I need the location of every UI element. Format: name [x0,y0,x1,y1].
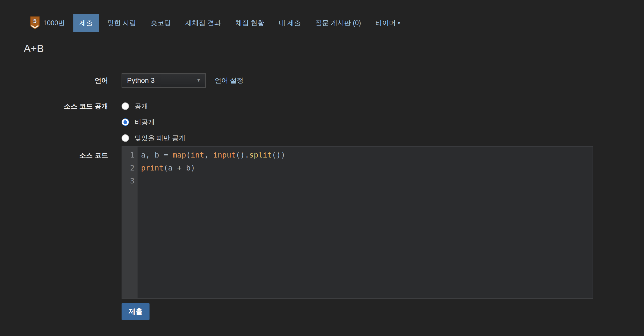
editor-code-area: a, b = map(int, input().split()) print(a… [138,147,592,298]
source-code-label: 소스 코드 [24,146,122,299]
editor-gutter: 1 2 3 [122,147,138,298]
tab-label: 제출 [80,18,93,27]
code-open-label: 소스 코드 공개 [24,101,122,143]
tab-label: 채점 현황 [236,18,264,27]
tab-short-coding[interactable]: 숏코딩 [145,14,177,32]
line-number: 3 [122,174,134,187]
radio-option-open-when-accepted[interactable]: 맞았을 때만 공개 [122,133,593,143]
code-line [141,174,592,187]
line-number: 1 [122,149,134,162]
language-select-value: Python 3 [127,77,155,84]
tab-my-submissions[interactable]: 내 제출 [273,14,307,32]
radio-unchecked-icon[interactable] [122,134,129,142]
line-number: 2 [122,162,134,174]
code-line: print(a + b) [141,162,592,174]
tab-question-board[interactable]: 질문 게시판 (0) [309,14,367,32]
language-select[interactable]: Python 3 ▼ [122,73,206,88]
select-caret-icon: ▼ [196,78,201,83]
radio-option-private[interactable]: 비공개 [122,117,593,127]
tier-number: 5 [33,18,37,24]
submit-button[interactable]: 제출 [122,303,150,320]
tab-label: 재채점 결과 [186,18,221,27]
tab-label: 숏코딩 [151,18,171,27]
tab-submit[interactable]: 제출 [74,14,99,32]
tab-timer[interactable]: 타이머 ▾ [370,14,406,32]
code-line: a, b = map(int, input().split()) [141,149,592,162]
source-code-row: 소스 코드 1 2 3 a, b = map(int, input().spli… [24,146,593,299]
language-settings-link[interactable]: 언어 설정 [215,76,244,85]
nav-problem-link[interactable]: 5 1000번 [30,14,71,32]
submit-row: 제출 [24,303,593,320]
problem-menu: 5 1000번 제출 맞힌 사람 숏코딩 재채점 결과 채점 현황 내 제출 질… [30,14,644,32]
tab-rejudge-result[interactable]: 재채점 결과 [180,14,227,32]
radio-option-open[interactable]: 공개 [122,101,593,111]
tab-label: 타이머 [376,18,396,27]
radio-checked-icon[interactable] [122,118,129,126]
language-row: 언어 Python 3 ▼ 언어 설정 [24,73,593,88]
tab-accepted-users[interactable]: 맞힌 사람 [101,14,142,32]
page: 5 1000번 제출 맞힌 사람 숏코딩 재채점 결과 채점 현황 내 제출 질… [0,14,644,336]
tab-label: 질문 게시판 (0) [315,18,361,27]
nav-problem-label: 1000번 [43,18,65,27]
tab-label: 맞힌 사람 [107,18,136,27]
caret-down-icon: ▾ [398,20,400,25]
content: A+B 언어 Python 3 ▼ 언어 설정 소스 코드 공개 공개 [24,43,593,320]
language-label: 언어 [24,73,122,88]
tab-judge-status[interactable]: 채점 현황 [230,14,270,32]
tier-badge-icon: 5 [30,16,40,30]
code-editor[interactable]: 1 2 3 a, b = map(int, input().split()) p… [122,146,593,299]
tab-label: 내 제출 [279,18,301,27]
radio-unchecked-icon[interactable] [122,102,129,110]
page-title: A+B [24,43,593,58]
code-open-row: 소스 코드 공개 공개 비공개 맞았을 때만 공개 [24,101,593,143]
